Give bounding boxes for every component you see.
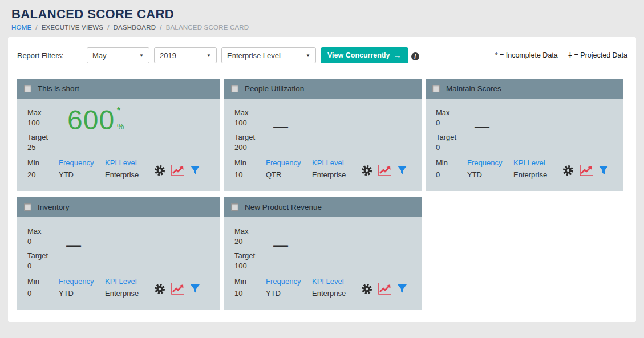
min-label: Min <box>27 158 59 168</box>
filter-funnel-icon[interactable] <box>397 165 407 176</box>
filter-funnel-icon[interactable] <box>397 284 407 294</box>
breadcrumb-separator: / <box>107 24 109 31</box>
trend-chart-icon[interactable] <box>378 283 392 295</box>
gear-icon[interactable] <box>361 165 372 176</box>
breadcrumb-home[interactable]: HOME <box>11 24 31 31</box>
card-checkbox[interactable] <box>24 85 31 92</box>
min-stat: Min 20 <box>27 158 59 180</box>
min-value: 10 <box>234 170 266 180</box>
kpi-no-value-dash: — <box>475 118 489 136</box>
min-stat: Min 0 <box>436 158 467 180</box>
target-value: 25 <box>27 142 212 153</box>
level-dropdown-value: Enterprise Level <box>227 51 281 60</box>
kpi-card: Maintain Scores Max 0 Target 0 — Min 0 <box>426 79 623 191</box>
card-checkbox[interactable] <box>231 85 238 92</box>
page-title: BALANCED SCORE CARD <box>11 7 644 22</box>
card-checkbox[interactable] <box>24 203 31 211</box>
frequency-link[interactable]: Frequency <box>59 158 105 168</box>
frequency-stat: Frequency QTR <box>266 158 312 180</box>
trend-chart-icon[interactable] <box>579 164 593 177</box>
report-filters-bar: Report Filters: May ▼ 2019 ▼ Enterprise … <box>8 37 636 63</box>
gear-icon[interactable] <box>154 283 165 295</box>
kpi-level-stat: KPI Level Enterprise <box>105 276 154 298</box>
filter-funnel-icon[interactable] <box>598 165 609 176</box>
frequency-value: QTR <box>266 170 312 180</box>
kpi-level-value: Enterprise <box>312 170 361 180</box>
info-icon[interactable]: i <box>411 52 419 60</box>
year-dropdown[interactable]: 2019 ▼ <box>154 47 217 63</box>
kpi-level-stat: KPI Level Enterprise <box>312 158 361 180</box>
kpi-card-body: Max 100 Target 25 600 * % Min <box>17 99 220 191</box>
kpi-level-stat: KPI Level Enterprise <box>312 276 361 298</box>
frequency-link[interactable]: Frequency <box>266 276 312 286</box>
card-detail-row: Min 0 Frequency YTD KPI Level Enterprise <box>436 158 616 180</box>
page-header: BALANCED SCORE CARD HOME / EXECUTIVE VIE… <box>0 0 644 31</box>
year-dropdown-value: 2019 <box>160 51 176 60</box>
kpi-no-value-dash: — <box>273 118 287 136</box>
frequency-stat: Frequency YTD <box>59 276 105 298</box>
level-dropdown[interactable]: Enterprise Level ▼ <box>221 47 316 63</box>
frequency-stat: Frequency YTD <box>266 276 312 298</box>
filter-funnel-icon[interactable] <box>190 165 200 176</box>
min-value: 0 <box>27 288 59 298</box>
frequency-link[interactable]: Frequency <box>59 276 105 286</box>
frequency-value: YTD <box>59 170 105 180</box>
min-value: 0 <box>436 170 467 180</box>
content-panel: Report Filters: May ▼ 2019 ▼ Enterprise … <box>8 37 636 322</box>
gear-icon[interactable] <box>562 165 574 176</box>
trend-chart-icon[interactable] <box>171 164 185 177</box>
card-title: Inventory <box>38 203 70 211</box>
target-stat: Target 0 <box>27 251 212 271</box>
breadcrumb-dashboard[interactable]: DASHBOARD <box>114 24 156 31</box>
trend-chart-icon[interactable] <box>171 283 185 295</box>
target-label: Target <box>234 132 414 142</box>
kpi-card-header: People Utilization <box>224 79 422 99</box>
card-action-icons <box>361 161 407 180</box>
target-value: 0 <box>27 261 212 271</box>
breadcrumb-executive-views[interactable]: EXECUTIVE VIEWS <box>42 24 103 31</box>
target-label: Target <box>27 251 212 261</box>
trend-chart-icon[interactable] <box>378 164 392 177</box>
max-value: 0 <box>436 118 615 128</box>
view-concurrently-button[interactable]: View Concurrently → <box>321 47 408 63</box>
card-checkbox[interactable] <box>231 203 238 211</box>
kpi-level-link[interactable]: KPI Level <box>312 276 361 286</box>
min-stat: Min 10 <box>234 158 266 180</box>
filter-funnel-icon[interactable] <box>190 284 200 294</box>
kpi-level-link[interactable]: KPI Level <box>312 158 361 168</box>
kpi-level-stat: KPI Level Enterprise <box>105 158 154 180</box>
view-concurrently-label: View Concurrently <box>327 51 390 59</box>
max-value: 20 <box>234 237 414 247</box>
frequency-link[interactable]: Frequency <box>467 158 513 168</box>
min-label: Min <box>234 276 266 286</box>
kpi-level-link[interactable]: KPI Level <box>105 158 154 168</box>
breadcrumb-separator: / <box>160 24 161 31</box>
kpi-level-value: Enterprise <box>105 288 154 298</box>
kpi-level-link[interactable]: KPI Level <box>513 158 562 168</box>
month-dropdown[interactable]: May ▼ <box>87 47 149 63</box>
breadcrumb: HOME / EXECUTIVE VIEWS / DASHBOARD / BAL… <box>11 24 644 31</box>
target-stat: Target 25 <box>27 132 212 153</box>
card-detail-row: Min 10 Frequency QTR KPI Level Enterpris… <box>234 158 415 180</box>
kpi-card-body: Max 100 Target 200 — Min 10 Frequency QT… <box>224 99 422 191</box>
kpi-level-link[interactable]: KPI Level <box>105 276 154 286</box>
kpi-card: This is short Max 100 Target 25 600 * % <box>17 79 220 191</box>
kpi-value-number: 600 <box>67 105 115 135</box>
gear-icon[interactable] <box>361 283 372 295</box>
kpi-no-value-dash: — <box>273 237 287 254</box>
max-stat: Max 100 <box>234 108 414 128</box>
min-value: 10 <box>234 288 266 298</box>
legend-incomplete-data: * = Incomplete Data <box>495 51 558 59</box>
chevron-down-icon: ▼ <box>306 53 310 58</box>
kpi-card-body: Max 20 Target 100 — Min 10 Frequency YTD <box>224 217 422 310</box>
max-label: Max <box>27 226 212 237</box>
card-checkbox[interactable] <box>432 85 440 92</box>
frequency-link[interactable]: Frequency <box>266 158 312 168</box>
card-detail-row: Min 20 Frequency YTD KPI Level Enterpris… <box>27 158 213 180</box>
breadcrumb-separator: / <box>35 24 37 31</box>
legend-projected-data: ǂ = Projected Data <box>568 51 627 59</box>
kpi-no-value-dash: — <box>66 237 80 254</box>
gear-icon[interactable] <box>154 165 165 176</box>
kpi-card-header: Inventory <box>17 197 220 217</box>
card-detail-row: Min 0 Frequency YTD KPI Level Enterprise <box>27 276 213 298</box>
